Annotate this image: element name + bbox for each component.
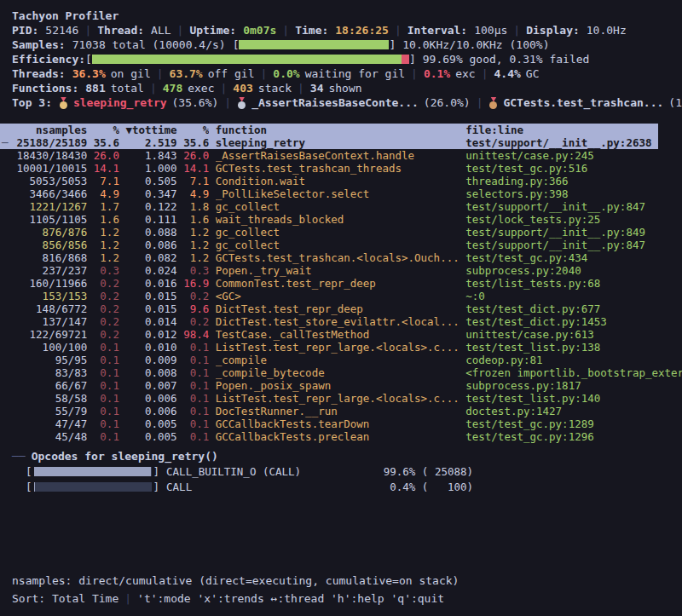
cell-cumulative-pct: 0.1 xyxy=(183,366,209,379)
header-function[interactable]: function xyxy=(216,124,459,136)
cell-file-line: test/test_dict.py:1453 xyxy=(465,315,658,328)
cell-function: GCTests.test_trashcan.<locals>.Ouch... xyxy=(216,251,459,264)
bar-open-bracket xyxy=(26,465,32,478)
display-value: 10.0Hz xyxy=(587,24,627,37)
sort-mode: Sort: Total Time xyxy=(12,592,118,605)
table-row[interactable]: 160/119660.20.01616.9CommonTest.test_rep… xyxy=(0,277,658,290)
cell-file-line: <frozen importlib._bootstrap_externa xyxy=(465,366,658,379)
separator xyxy=(411,67,418,80)
waiting-gil-pct: 0.0% xyxy=(273,67,299,80)
top2-pct: (26.0%) xyxy=(424,96,471,109)
table-row[interactable]: 122/697210.20.01298.4TestCase._callTestM… xyxy=(0,328,658,341)
cell-direct-pct: 7.1 xyxy=(94,175,119,187)
cell-direct-pct: 0.1 xyxy=(94,379,119,392)
cell-function: _compile xyxy=(216,354,459,366)
header-tottime-sorted[interactable]: ▼tottime xyxy=(125,124,176,136)
cell-function: <GC> xyxy=(216,290,459,302)
cell-cumulative-pct: 7.1 xyxy=(183,175,209,187)
cell-tottime: 0.014 xyxy=(125,315,176,328)
cell-direct-pct: 0.1 xyxy=(94,392,119,405)
cell-cumulative-pct: 0.1 xyxy=(183,341,209,354)
on-gil-text: on gil xyxy=(111,67,151,80)
cell-tottime: 0.010 xyxy=(125,341,176,354)
table-row[interactable]: 58/580.10.0060.1ListTest.test_repr_large… xyxy=(0,392,658,405)
table-row[interactable]: 55/790.10.0060.1DocTestRunner.__rundocte… xyxy=(0,405,658,417)
cell-file-line: test/test_gc.py:516 xyxy=(465,162,658,175)
cell-cumulative-pct: 0.1 xyxy=(183,392,209,405)
header-direct-pct[interactable]: % xyxy=(94,124,119,136)
cell-nsamples: 66/67 xyxy=(10,379,87,392)
rule-dashes: ── xyxy=(12,450,26,463)
table-row[interactable]: 47/470.10.0050.1GCCallbackTests.tearDown… xyxy=(0,417,658,430)
header-file-line[interactable]: file:line xyxy=(465,124,658,136)
on-gil-pct: 36.3% xyxy=(72,67,106,80)
separator xyxy=(282,24,289,37)
cell-function: _PollLikeSelector.select xyxy=(216,187,459,200)
cell-nsamples: 10001/10015 xyxy=(10,162,87,175)
table-row[interactable]: 83/830.10.0080.1_compile_bytecode<frozen… xyxy=(0,366,658,379)
cell-nsamples: 876/876 xyxy=(10,226,87,239)
cell-function: DocTestRunner.__run xyxy=(216,405,459,417)
table-row[interactable]: 137/1470.20.0140.2DictTest.test_store_ev… xyxy=(0,315,658,328)
header-nsamples[interactable]: nsamples xyxy=(10,124,87,136)
cell-tottime: 0.006 xyxy=(125,405,176,417)
table-row[interactable]: 3466/34664.90.3474.9_PollLikeSelector.se… xyxy=(0,187,658,200)
table-row[interactable]: 66/670.10.0070.1Popen._posix_spawnsubpro… xyxy=(0,379,658,392)
bronze-medal-icon xyxy=(488,97,498,109)
cell-tottime: 0.347 xyxy=(125,187,176,200)
cell-cumulative-pct: 0.1 xyxy=(183,354,209,366)
table-row[interactable]: 1105/11051.60.1111.6wait_threads_blocked… xyxy=(0,213,658,226)
table-row[interactable]: 148/67720.20.0159.6DictTest.test_repr_de… xyxy=(0,302,658,315)
functions-label: Functions: xyxy=(12,82,78,95)
opcodes-title: Opcodes for sleeping_retry() xyxy=(32,450,218,463)
cell-function: gc_collect xyxy=(216,239,459,251)
separator xyxy=(395,24,402,37)
table-row[interactable]: 18430/1843026.01.84326.0_AssertRaisesBas… xyxy=(0,149,658,162)
cell-nsamples: 95/95 xyxy=(10,354,87,366)
separator xyxy=(477,96,483,109)
time-value: 18:26:25 xyxy=(335,24,389,37)
table-row[interactable]: 10001/1001514.11.00014.1GCTests.test_tra… xyxy=(0,162,658,175)
cell-nsamples: 137/147 xyxy=(10,315,87,328)
table-row[interactable]: 1221/12671.70.1221.8gc_collecttest/suppo… xyxy=(0,200,658,213)
cell-function: TestCase._callTestMethod xyxy=(216,328,459,341)
cell-nsamples: 58/58 xyxy=(10,392,87,405)
table-row[interactable]: 25188/2518935.62.51935.6sleeping_retryte… xyxy=(0,136,658,149)
table-row[interactable]: 237/2370.30.0240.3Popen._try_waitsubproc… xyxy=(0,264,658,277)
table-row[interactable]: 816/8681.20.0821.2GCTests.test_trashcan.… xyxy=(0,251,658,264)
table-row[interactable]: 876/8761.20.0881.2gc_collecttest/support… xyxy=(0,226,658,239)
cell-cumulative-pct: 0.2 xyxy=(183,315,209,328)
cell-function: gc_collect xyxy=(216,226,459,239)
thread-value[interactable]: ALL xyxy=(151,24,170,37)
cell-nsamples: 148/6772 xyxy=(10,302,87,315)
samples-label: Samples: xyxy=(12,38,66,51)
uptime-value: 0m07s xyxy=(243,24,276,37)
cell-cumulative-pct: 26.0 xyxy=(183,149,209,162)
table-row[interactable]: 153/1530.20.0150.2<GC>~:0 xyxy=(0,290,658,302)
separator xyxy=(221,82,228,95)
cell-nsamples: 1105/1105 xyxy=(10,213,87,226)
functions-exec: 478 xyxy=(163,82,182,95)
table-row[interactable]: 856/8561.20.0861.2gc_collecttest/support… xyxy=(0,239,658,251)
table-row[interactable]: 45/480.10.0050.1GCCallbackTests.preclean… xyxy=(0,430,658,443)
cell-tottime: 1.843 xyxy=(125,149,176,162)
top1-function[interactable]: sleeping_retry xyxy=(73,96,167,109)
separator xyxy=(513,24,520,37)
top2-function[interactable]: _AssertRaisesBaseConte... xyxy=(251,96,419,109)
table-row[interactable]: 5053/50537.10.5057.1Condition.waitthread… xyxy=(0,175,658,187)
cell-function: DictTest.test_store_evilattr.<local... xyxy=(216,315,459,328)
cell-tottime: 0.024 xyxy=(125,264,176,277)
app-title: Tachyon Profiler xyxy=(12,9,118,22)
cell-file-line: ~:0 xyxy=(465,290,658,302)
table-row[interactable]: 95/950.10.0090.1_compilecodeop.py:81 xyxy=(0,354,658,366)
interval-value: 100μs xyxy=(474,24,507,37)
table-row[interactable]: 100/1000.10.0100.1ListTest.test_repr_lar… xyxy=(0,341,658,354)
header-cumulative-pct[interactable]: % xyxy=(183,124,209,136)
cell-file-line: test/support/__init__.py:2638 xyxy=(465,136,658,149)
cell-nsamples: 122/69721 xyxy=(10,328,87,341)
efficiency-summary: 99.69% good, 0.31% failed xyxy=(423,53,590,66)
top3-function[interactable]: GCTests.test_trashcan... xyxy=(503,96,663,109)
cell-file-line: unittest/case.py:245 xyxy=(465,149,658,162)
cell-nsamples: 83/83 xyxy=(10,366,87,379)
cell-direct-pct: 14.1 xyxy=(94,162,119,175)
